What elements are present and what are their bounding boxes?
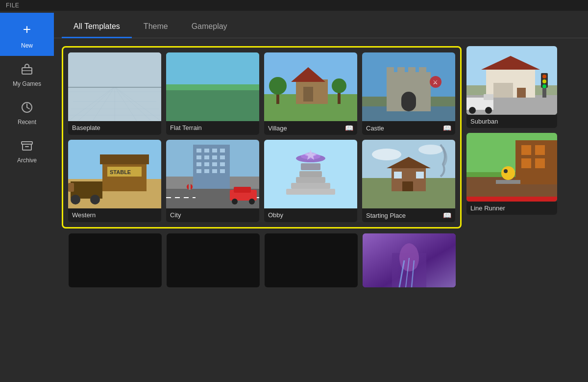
template-thumb-flat-terrain	[166, 52, 259, 121]
template-label-flat-terrain: Flat Terrain	[166, 121, 259, 134]
svg-point-115	[469, 107, 476, 114]
svg-rect-120	[466, 197, 557, 202]
main-content: All Templates Theme Gameplay	[54, 11, 588, 382]
svg-rect-58	[204, 149, 209, 153]
svg-rect-107	[517, 88, 526, 98]
bottom-card-2[interactable]	[167, 233, 260, 287]
template-label-obby: Obby	[264, 208, 357, 222]
svg-rect-66	[204, 162, 209, 166]
template-card-obby[interactable]: Obby	[264, 140, 357, 222]
template-label-castle: Castle 📖	[362, 121, 455, 135]
svg-point-126	[501, 166, 515, 180]
template-label-starting-place: Starting Place 📖	[362, 208, 455, 222]
template-thumb-village	[264, 52, 357, 121]
tab-all-templates[interactable]: All Templates	[62, 16, 132, 38]
template-card-baseplate[interactable]: Baseplate	[68, 52, 161, 135]
template-area: Baseplate	[54, 38, 588, 382]
svg-rect-39	[408, 67, 416, 75]
briefcase-icon	[21, 63, 33, 77]
svg-point-127	[504, 169, 508, 173]
svg-rect-85	[296, 177, 325, 183]
clock-icon	[21, 101, 33, 116]
template-card-village[interactable]: Village 📖	[264, 52, 357, 135]
sidebar: + New My Games Recent	[0, 11, 54, 382]
template-card-western[interactable]: STABLE Western	[68, 140, 161, 222]
svg-point-94	[372, 149, 401, 160]
svg-rect-60	[220, 149, 225, 153]
sidebar-item-archive[interactable]: Archive	[0, 132, 54, 171]
file-label: FILE	[6, 2, 19, 9]
svg-point-32	[332, 78, 346, 93]
template-thumb-starting-place	[362, 140, 455, 208]
svg-rect-125	[535, 158, 545, 168]
svg-rect-53	[68, 183, 74, 192]
svg-rect-62	[204, 155, 209, 159]
bottom-card-3[interactable]	[265, 233, 358, 287]
svg-rect-86	[299, 171, 322, 177]
sidebar-item-recent[interactable]: Recent	[0, 94, 54, 132]
sidebar-recent-label: Recent	[18, 119, 36, 126]
bottom-row	[69, 233, 580, 287]
tabs-bar: All Templates Theme Gameplay	[54, 11, 588, 38]
sidebar-item-my-games[interactable]: My Games	[0, 56, 54, 94]
template-card-city[interactable]: City	[166, 140, 259, 222]
svg-rect-106	[493, 83, 513, 98]
highlighted-grid: Baseplate	[68, 52, 455, 222]
svg-rect-61	[196, 155, 201, 159]
svg-rect-70	[204, 169, 209, 173]
svg-point-30	[269, 77, 287, 95]
svg-rect-57	[196, 149, 201, 153]
template-card-line-runner[interactable]: Line Runner	[466, 133, 557, 215]
template-label-city: City	[166, 208, 259, 222]
svg-rect-64	[220, 155, 225, 159]
svg-rect-71	[212, 169, 217, 173]
svg-rect-20	[166, 89, 259, 121]
svg-rect-72	[220, 169, 225, 173]
svg-point-111	[542, 79, 546, 83]
svg-rect-65	[196, 162, 201, 166]
template-thumb-castle: ⚔	[362, 52, 455, 121]
svg-text:⚔: ⚔	[433, 79, 438, 86]
svg-rect-123	[535, 145, 545, 155]
sidebar-new-label: New	[21, 42, 33, 49]
svg-rect-100	[416, 172, 424, 178]
svg-rect-124	[521, 158, 531, 168]
svg-rect-63	[212, 155, 217, 159]
svg-rect-122	[521, 145, 531, 155]
sidebar-my-games-label: My Games	[13, 80, 41, 87]
template-thumb-obby	[264, 140, 357, 208]
svg-point-116	[485, 107, 492, 114]
svg-rect-37	[387, 67, 394, 75]
template-label-baseplate: Baseplate	[68, 121, 161, 134]
sidebar-archive-label: Archive	[17, 157, 37, 164]
svg-rect-68	[220, 162, 225, 166]
svg-point-52	[90, 195, 100, 204]
template-thumb-western: STABLE	[68, 140, 161, 208]
template-card-castle[interactable]: ⚔ Castle 📖	[362, 52, 455, 135]
template-card-suburban[interactable]: Suburban	[466, 46, 557, 128]
template-label-village: Village 📖	[264, 121, 357, 135]
svg-rect-69	[196, 169, 201, 173]
svg-rect-84	[291, 183, 330, 189]
svg-rect-98	[402, 181, 413, 191]
sidebar-item-new[interactable]: + New	[0, 13, 54, 56]
book-icon-village: 📖	[345, 124, 353, 132]
extra-templates: Suburban	[466, 46, 557, 215]
archive-icon	[21, 139, 33, 154]
svg-text:STABLE: STABLE	[110, 169, 131, 175]
svg-rect-83	[286, 189, 335, 195]
svg-rect-41	[401, 92, 416, 111]
template-card-flat-terrain[interactable]: Flat Terrain	[166, 52, 259, 135]
tab-gameplay[interactable]: Gameplay	[180, 16, 239, 38]
bottom-card-4[interactable]	[363, 233, 456, 287]
bottom-card-1[interactable]	[69, 233, 162, 287]
svg-rect-67	[212, 162, 217, 166]
svg-rect-79	[234, 187, 251, 193]
svg-rect-18	[68, 87, 161, 88]
svg-point-110	[542, 75, 546, 78]
template-card-starting-place[interactable]: Starting Place 📖	[362, 140, 455, 222]
svg-rect-114	[484, 94, 493, 100]
book-icon-starting-place: 📖	[443, 211, 451, 219]
tab-theme[interactable]: Theme	[132, 16, 180, 38]
svg-rect-28	[303, 87, 313, 102]
